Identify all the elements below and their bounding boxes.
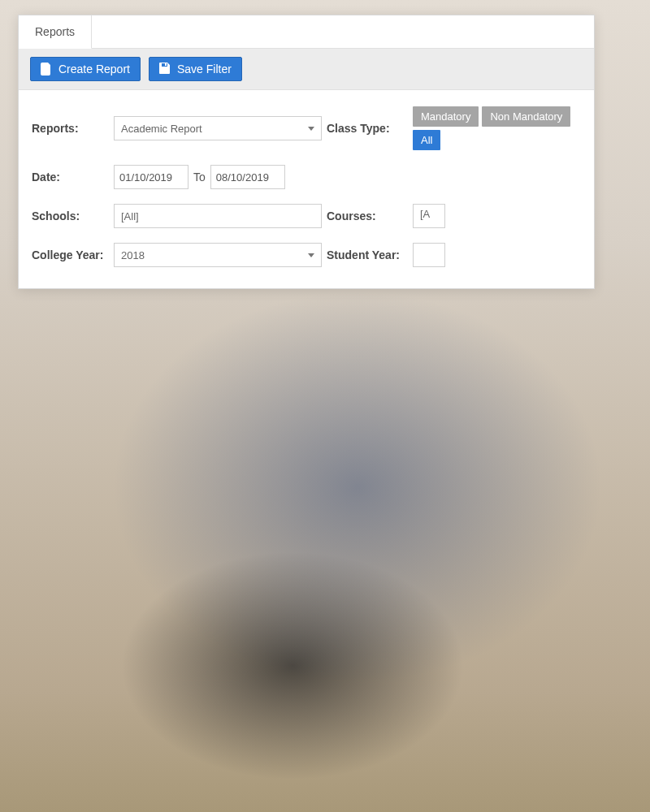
- toolbar: Create Report Save Filter: [19, 49, 594, 90]
- save-filter-button[interactable]: Save Filter: [149, 57, 242, 81]
- tab-reports[interactable]: Reports: [19, 15, 92, 49]
- tabs-bar: Reports: [19, 15, 594, 49]
- college-year-label: College Year:: [32, 248, 109, 261]
- date-to-input[interactable]: [210, 165, 285, 189]
- chip-all[interactable]: All: [413, 130, 440, 150]
- select-value: Academic Report: [121, 123, 202, 135]
- input-value: [A: [420, 208, 430, 220]
- chevron-down-icon: [308, 253, 314, 257]
- create-report-button[interactable]: Create Report: [30, 57, 141, 81]
- save-icon: [159, 63, 171, 76]
- schools-label: Schools:: [32, 209, 109, 222]
- student-year-label: Student Year:: [327, 248, 408, 261]
- student-year-input[interactable]: [413, 243, 445, 267]
- reports-label: Reports:: [32, 122, 109, 135]
- courses-label: Courses:: [327, 209, 408, 222]
- chip-non-mandatory[interactable]: Non Mandatory: [482, 106, 570, 127]
- schools-input[interactable]: [All]: [114, 204, 322, 228]
- document-icon: [41, 63, 52, 76]
- courses-input[interactable]: [A: [413, 204, 445, 228]
- date-range-group: To: [114, 165, 322, 189]
- date-label: Date:: [32, 171, 109, 184]
- button-label: Save Filter: [177, 63, 232, 76]
- chip-mandatory[interactable]: Mandatory: [413, 106, 479, 127]
- class-type-chips: Mandatory Non Mandatory All: [413, 106, 583, 150]
- select-value: 2018: [121, 249, 145, 261]
- tab-label: Reports: [35, 25, 75, 38]
- button-label: Create Report: [58, 63, 130, 76]
- date-from-input[interactable]: [114, 165, 188, 189]
- chip-label: Mandatory: [421, 110, 470, 123]
- reports-window: Reports Create Report Save Filter Report…: [18, 15, 595, 289]
- reports-select[interactable]: Academic Report: [114, 116, 322, 140]
- college-year-select[interactable]: 2018: [114, 243, 322, 267]
- class-type-label: Class Type:: [327, 122, 408, 135]
- chip-label: Non Mandatory: [490, 110, 562, 123]
- input-value: [All]: [121, 210, 139, 222]
- chip-label: All: [421, 134, 432, 146]
- date-to-label: To: [192, 171, 207, 184]
- form-area: Reports: Academic Report Class Type: Man…: [19, 90, 594, 288]
- chevron-down-icon: [308, 127, 314, 131]
